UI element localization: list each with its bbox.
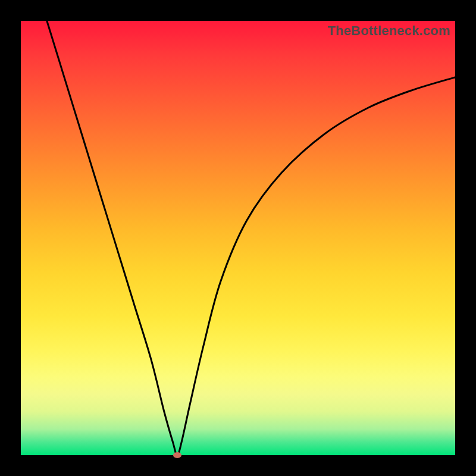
chart-frame: TheBottleneck.com [0, 0, 476, 476]
curve-path [47, 21, 455, 455]
plot-area: TheBottleneck.com [21, 21, 455, 455]
bottleneck-curve [21, 21, 455, 455]
optimum-marker [173, 452, 181, 458]
